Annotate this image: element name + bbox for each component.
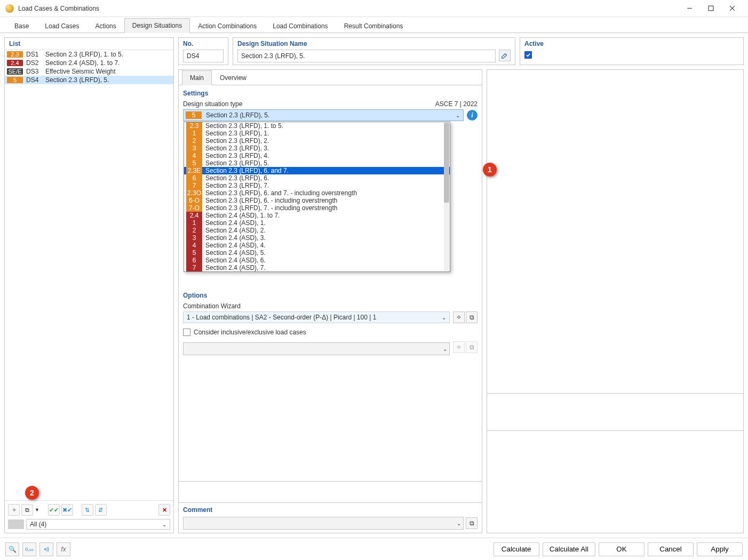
consider-select: ⌄ [183,342,450,355]
calculate-button[interactable]: Calculate [494,542,539,556]
badge-icon: 5 [7,77,23,83]
chevron-down-icon: ⌄ [443,346,447,352]
option-text: Section 2.4 (ASD), 1. [205,219,266,227]
dropdown-option[interactable]: 6Section 2.4 (ASD), 6. [184,257,450,264]
cancel-button[interactable]: Cancel [648,542,694,556]
option-text: Section 2.3 (LRFD), 7. [205,182,269,189]
dst-dropdown[interactable]: 2.3Section 2.3 (LRFD), 1. to 5.1Section … [184,122,450,272]
dropdown-option[interactable]: 6-OSection 2.3 (LRFD), 6. - including ov… [184,197,450,204]
dropdown-option[interactable]: 1Section 2.3 (LRFD), 1. [184,130,450,137]
option-text: Section 2.3 (LRFD), 6. and 7. [205,167,289,174]
dropdown-option[interactable]: 1Section 2.4 (ASD), 1. [184,219,450,227]
filter-select[interactable]: All (4) ⌄ [26,519,170,530]
wizard-edit-button[interactable]: ⧉ [466,311,478,323]
comment-edit-button[interactable]: ⧉ [466,517,478,529]
apply-button[interactable]: Apply [697,542,743,556]
check-button[interactable]: ✔✔ [48,504,60,516]
wizard-new-button[interactable]: ✧ [453,311,465,323]
option-text: Section 2.3 (LRFD), 2. [205,137,269,145]
dropdown-option[interactable]: 2Section 2.3 (LRFD), 2. [184,137,450,145]
info-button[interactable]: i [467,110,478,121]
subtab-main[interactable]: Main [182,70,212,85]
tab-result-combinations[interactable]: Result Combinations [336,19,411,33]
dst-selected-text: Section 2.3 (LRFD), 5. [204,110,452,121]
list-item[interactable]: 2.3DS1Section 2.3 (LRFD), 1. to 5. [5,50,173,59]
tab-action-combinations[interactable]: Action Combinations [190,19,265,33]
scrollbar-thumb[interactable] [444,123,449,203]
consider-checkbox[interactable] [183,329,190,336]
footer-search-button[interactable]: 🔍 [5,542,19,556]
tab-actions[interactable]: Actions [87,19,124,33]
subtab-overview[interactable]: Overview [212,70,254,85]
tab-load-cases[interactable]: Load Cases [37,19,87,33]
footer-units-button[interactable]: 0,₀₀ [22,542,36,556]
list-item[interactable]: 5DS4Section 2.3 (LRFD), 5. [5,76,173,84]
close-button[interactable] [721,1,743,17]
item-id: DS3 [26,68,42,75]
copy-button[interactable]: ⧉ [21,504,33,516]
active-checkbox[interactable] [524,51,532,59]
dropdown-option[interactable]: 5Section 2.4 (ASD), 5. [184,249,450,257]
uncheck-button[interactable]: ✖✔ [61,504,73,516]
list-item[interactable]: 2.4DS2Section 2.4 (ASD), 1. to 7. [5,59,173,67]
badge-icon: 2 [186,227,202,234]
dropdown-option[interactable]: 2.3ESection 2.3 (LRFD), 6. and 7. [184,167,450,174]
option-text: Section 2.4 (ASD), 1. to 7. [205,212,280,219]
new-button[interactable]: ✧ [8,504,20,516]
name-value[interactable]: Section 2.3 (LRFD), 5. [237,50,496,62]
wizard-label: Combination Wizard [183,302,478,311]
dropdown-option[interactable]: 7Section 2.3 (LRFD), 7. [184,182,450,189]
dropdown-option[interactable]: 6Section 2.3 (LRFD), 6. [184,174,450,182]
maximize-button[interactable] [700,1,721,17]
callout-1: 1 [483,163,497,177]
sub-tabs: MainOverview [179,70,482,85]
minimize-button[interactable] [679,1,700,17]
dropdown-option[interactable]: 2Section 2.4 (ASD), 2. [184,227,450,234]
calculate-all-button[interactable]: Calculate All [543,542,595,556]
list-title: List [5,38,173,50]
no-value[interactable]: DS4 [183,50,224,62]
dropdown-option[interactable]: 3Section 2.3 (LRFD), 3. [184,145,450,152]
sort-button-2[interactable]: ⇵ [95,504,107,516]
list-toolbar: ✧ ⧉ ▼ ✔✔ ✖✔ ⇅ ⇵ ✕ [8,504,170,519]
dropdown-option[interactable]: 5Section 2.3 (LRFD), 5. [184,159,450,167]
consider-new-button: ✧ [453,341,465,353]
badge-icon: SE/E [7,68,23,75]
badge-icon: 1 [186,130,202,137]
dropdown-option[interactable]: 7Section 2.4 (ASD), 7. [184,264,450,271]
badge-icon: 5 [186,159,202,167]
option-text: Section 2.4 (ASD), 2. [205,227,266,234]
badge-icon: 3 [186,234,202,242]
combination-wizard-select[interactable]: 1 - Load combinations | SA2 - Second-ord… [183,311,450,323]
active-box: Active [520,37,744,65]
tab-load-combinations[interactable]: Load Combinations [265,19,336,33]
dropdown-option[interactable]: 2.3Section 2.3 (LRFD), 1. to 5. [184,122,450,130]
sort-button-1[interactable]: ⇅ [82,504,93,516]
item-name: Effective Seismic Weight [45,68,171,75]
footer-script-button[interactable]: fx [57,542,70,556]
footer-tree-button[interactable]: ⩤ [39,542,53,556]
ok-button[interactable]: OK [599,542,644,556]
badge-icon: 4 [186,152,202,159]
dst-selected-badge: 5 [186,111,202,119]
option-text: Section 2.3 (LRFD), 6. [205,174,269,182]
dropdown-option[interactable]: 4Section 2.3 (LRFD), 4. [184,152,450,159]
option-text: Section 2.3 (LRFD), 6. and 7. - includin… [205,189,357,197]
option-text: Section 2.3 (LRFD), 5. [205,159,269,167]
tab-base[interactable]: Base [6,19,37,33]
badge-icon: 2.3 [7,51,23,58]
dropdown-option[interactable]: 4Section 2.4 (ASD), 4. [184,242,450,249]
option-text: Section 2.3 (LRFD), 4. [205,152,269,159]
edit-name-button[interactable] [499,50,511,61]
comment-input[interactable]: ⌄ [183,517,464,530]
dropdown-option[interactable]: 2.3OSection 2.3 (LRFD), 6. and 7. - incl… [184,189,450,197]
dropdown-option[interactable]: 7-OSection 2.3 (LRFD), 7. - including ov… [184,204,450,212]
tab-design-situations[interactable]: Design Situations [124,18,190,33]
name-field-box: Design Situation Name Section 2.3 (LRFD)… [233,37,515,65]
footer: 🔍 0,₀₀ ⩤ fx Calculate Calculate All OK C… [0,538,748,560]
dst-select[interactable]: 5 Section 2.3 (LRFD), 5. ⌄ 2.3Section 2.… [183,109,464,121]
delete-button[interactable]: ✕ [158,504,170,516]
list-item[interactable]: SE/EDS3Effective Seismic Weight [5,67,173,76]
dropdown-option[interactable]: 3Section 2.4 (ASD), 3. [184,234,450,242]
dropdown-option[interactable]: 2.4Section 2.4 (ASD), 1. to 7. [184,212,450,219]
